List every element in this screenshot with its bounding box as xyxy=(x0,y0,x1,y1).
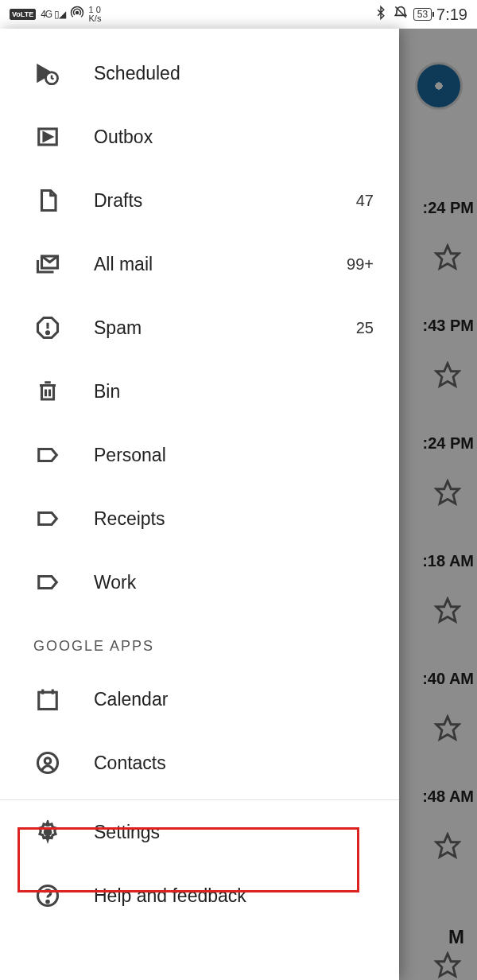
nav-label: Scheduled xyxy=(94,63,374,84)
label-icon xyxy=(33,441,62,469)
contacts-icon xyxy=(33,749,62,777)
drafts-icon xyxy=(33,186,62,215)
nav-label: Personal xyxy=(94,445,374,466)
nav-item-contacts[interactable]: Contacts xyxy=(0,731,399,795)
svg-rect-16 xyxy=(39,692,57,709)
help-icon xyxy=(33,881,62,910)
nav-label: Work xyxy=(94,572,374,593)
nav-label: Bin xyxy=(94,381,374,402)
svg-point-21 xyxy=(45,829,51,835)
nav-item-outbox[interactable]: Outbox xyxy=(0,105,399,169)
mute-icon xyxy=(393,5,409,24)
nav-item-receipts[interactable]: Receipts xyxy=(0,487,399,550)
hotspot-icon xyxy=(70,6,84,23)
nav-item-personal[interactable]: Personal xyxy=(0,423,399,487)
bluetooth-icon xyxy=(374,6,388,23)
nav-label: All mail xyxy=(94,254,347,275)
svg-point-20 xyxy=(45,758,51,764)
volte-indicator: VoLTE xyxy=(10,9,36,20)
nav-label: Outbox xyxy=(94,126,374,148)
svg-point-23 xyxy=(47,900,49,903)
spam-icon xyxy=(33,313,62,342)
label-icon xyxy=(33,568,62,597)
status-time: 7:19 xyxy=(436,6,467,24)
nav-label: Drafts xyxy=(94,190,356,212)
network-indicator: 4G ▯◢ xyxy=(41,9,64,20)
battery-indicator: 53 xyxy=(413,8,432,21)
nav-label: Settings xyxy=(94,822,399,843)
nav-label: Receipts xyxy=(94,508,374,530)
svg-point-15 xyxy=(47,332,49,334)
all-mail-icon xyxy=(33,250,62,278)
outbox-icon xyxy=(33,122,62,151)
scheduled-icon xyxy=(33,59,62,88)
svg-point-0 xyxy=(76,12,78,14)
navigation-drawer: Sent 2 Scheduled Outbox Drafts 47 All xyxy=(0,29,399,980)
section-header-google-apps: GOOGLE APPS xyxy=(0,614,399,667)
nav-item-spam[interactable]: Spam 25 xyxy=(0,296,399,360)
nav-item-settings[interactable]: Settings xyxy=(0,800,399,864)
data-speed: 1 0 K/s xyxy=(89,6,102,23)
calendar-icon xyxy=(33,685,62,714)
nav-count: 25 xyxy=(356,319,374,337)
gear-icon xyxy=(33,818,62,846)
nav-item-sent[interactable]: Sent 2 xyxy=(0,29,399,41)
nav-item-scheduled[interactable]: Scheduled xyxy=(0,41,399,105)
nav-label: Calendar xyxy=(94,689,399,710)
nav-count: 99+ xyxy=(347,255,374,274)
nav-count: 47 xyxy=(356,192,374,210)
nav-item-drafts[interactable]: Drafts 47 xyxy=(0,169,399,232)
nav-label: Contacts xyxy=(94,752,399,774)
nav-item-work[interactable]: Work xyxy=(0,550,399,614)
sent-icon xyxy=(33,29,62,30)
nav-item-bin[interactable]: Bin xyxy=(0,360,399,423)
bin-icon xyxy=(33,377,62,406)
nav-item-help[interactable]: Help and feedback xyxy=(0,864,399,928)
nav-label: Spam xyxy=(94,317,356,339)
nav-label: Help and feedback xyxy=(94,885,399,907)
label-icon xyxy=(33,504,62,533)
status-bar: VoLTE 4G ▯◢ 1 0 K/s 53 7:19 xyxy=(0,0,477,29)
nav-item-all-mail[interactable]: All mail 99+ xyxy=(0,232,399,296)
nav-item-calendar[interactable]: Calendar xyxy=(0,667,399,731)
